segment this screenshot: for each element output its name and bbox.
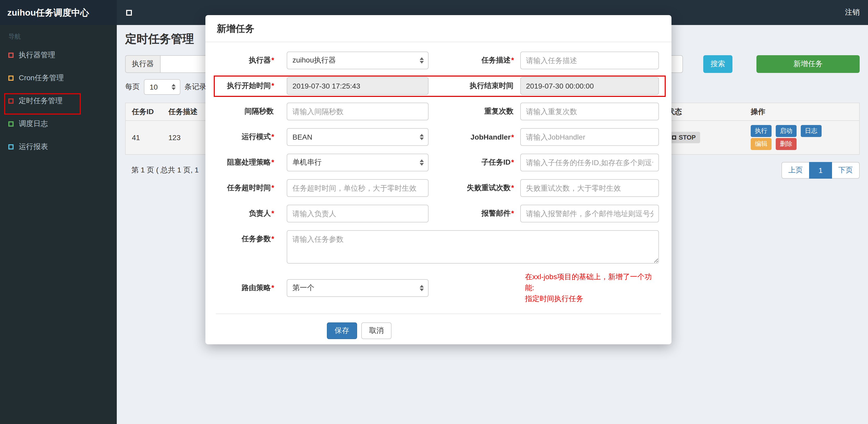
task-log-button[interactable]: 日志 [801, 125, 822, 137]
child-job-id-label: 子任务ID* [429, 158, 514, 167]
executor-filter-label: 执行器 [125, 55, 160, 73]
task-params-label: 任务参数* [216, 230, 274, 244]
owner-input[interactable] [287, 205, 429, 222]
search-button[interactable]: 搜索 [703, 55, 733, 73]
executor-select[interactable]: zuihou执行器 [287, 52, 429, 69]
owner-label: 负责人* [216, 209, 274, 218]
stop-icon [672, 135, 676, 140]
prev-page-button[interactable]: 上页 [781, 162, 810, 179]
sidebar-item-label: 定时任务管理 [19, 96, 63, 106]
cancel-button[interactable]: 取消 [361, 322, 392, 339]
sidebar-item-schedule-log[interactable]: 调度日志 [0, 112, 117, 135]
schedule-log-icon [8, 121, 13, 127]
status-badge-label: STOP [679, 134, 696, 141]
repeat-count-input[interactable] [520, 103, 659, 120]
form-row-task-params: 任务参数* [216, 230, 661, 264]
run-mode-label: 运行模式* [216, 132, 274, 142]
sidebar-item-label: 执行器管理 [19, 51, 55, 60]
sidebar-toggle-icon [126, 10, 132, 15]
sidebar-item-label: 调度日志 [19, 119, 48, 129]
form-row-start-end-time: 执行开始时间* 执行结束时间 [216, 77, 661, 95]
alarm-email-label: 报警邮件* [429, 209, 514, 218]
interval-label: 间隔秒数 [216, 107, 274, 116]
executor-manage-icon [8, 53, 13, 58]
route-strategy-select-value: 第一个 [292, 283, 415, 292]
timed-task-icon [8, 98, 13, 104]
app-window: zuihou任务调度中心 注销 导航 执行器管理 Cron任务管理 定时任务管理… [0, 0, 868, 424]
select-arrows-icon [420, 57, 424, 64]
run-report-icon [8, 144, 13, 150]
per-page-suffix: 条记录 [185, 82, 207, 92]
form-row-route-strategy: 路由策略* 第一个 在xxl-jobs项目的基础上，新增了一个功能: 指定时间执… [216, 271, 661, 304]
start-time-input[interactable] [287, 77, 429, 95]
column-header-actions: 操作 [744, 107, 859, 117]
per-page-select[interactable]: 10 [144, 79, 180, 95]
per-page-label: 每页 [125, 82, 140, 92]
end-time-label: 执行结束时间 [429, 81, 514, 91]
route-strategy-label: 路由策略* [216, 283, 274, 292]
add-task-modal: 新增任务 执行器* zuihou执行器 任务描述* 执行开始时间* 执行结束时间… [206, 15, 672, 344]
sidebar: 导航 执行器管理 Cron任务管理 定时任务管理 调度日志 运行报表 [0, 25, 117, 424]
modal-title: 新增任务 [206, 15, 672, 42]
sidebar-item-cron-task-manage[interactable]: Cron任务管理 [0, 67, 117, 90]
job-handler-input[interactable] [520, 128, 659, 146]
logout-link[interactable]: 注销 [845, 8, 868, 17]
task-desc-label: 任务描述* [429, 56, 514, 65]
block-strategy-label: 阻塞处理策略* [216, 158, 274, 167]
task-id-cell: 41 [126, 133, 162, 142]
interval-input[interactable] [287, 103, 429, 120]
sidebar-section-label: 导航 [0, 25, 117, 44]
save-button[interactable]: 保存 [327, 322, 357, 339]
block-strategy-select-value: 单机串行 [292, 158, 415, 167]
cron-task-icon [8, 75, 13, 81]
form-row-runmode-jobhandler: 运行模式* BEAN JobHandler* [216, 128, 661, 146]
repeat-count-label: 重复次数 [429, 107, 514, 116]
timeout-input[interactable] [287, 179, 429, 197]
edit-task-button[interactable]: 编辑 [751, 138, 772, 150]
current-page-button[interactable]: 1 [809, 162, 832, 179]
job-handler-label: JobHandler* [429, 133, 514, 141]
select-arrows-icon [172, 84, 176, 90]
task-params-textarea[interactable] [287, 230, 659, 264]
executor-label: 执行器* [216, 56, 274, 65]
sidebar-item-label: 运行报表 [19, 142, 48, 152]
pager: 上页 1 下页 [781, 162, 860, 179]
modal-actions: 保存 取消 [327, 322, 661, 339]
modal-body: 执行器* zuihou执行器 任务描述* 执行开始时间* 执行结束时间 间隔秒数… [206, 42, 672, 339]
block-strategy-select[interactable]: 单机串行 [287, 154, 429, 171]
select-arrows-icon [420, 134, 424, 140]
end-time-input[interactable] [520, 77, 659, 95]
sidebar-toggle-button[interactable] [117, 10, 141, 15]
feature-note-line1: 在xxl-jobs项目的基础上，新增了一个功能: [525, 271, 661, 293]
task-desc-input[interactable] [520, 52, 659, 69]
route-strategy-select[interactable]: 第一个 [287, 279, 429, 297]
modal-footer-divider [216, 314, 661, 314]
run-mode-select-value: BEAN [292, 133, 415, 141]
form-row-executor-desc: 执行器* zuihou执行器 任务描述* [216, 52, 661, 69]
run-mode-select[interactable]: BEAN [287, 128, 429, 146]
retry-count-label: 失败重试次数* [429, 183, 514, 193]
task-status-cell: STOP [661, 132, 744, 143]
delete-task-button[interactable]: 删除 [776, 138, 797, 150]
column-header-status: 状态 [661, 107, 744, 117]
task-actions-cell: 执行 启动 日志 编辑 删除 [744, 124, 859, 151]
sidebar-item-run-report[interactable]: 运行报表 [0, 135, 117, 158]
timeout-label: 任务超时时间* [216, 183, 274, 193]
run-task-button[interactable]: 执行 [751, 125, 772, 137]
next-page-button[interactable]: 下页 [832, 162, 860, 179]
form-row-block-childjob: 阻塞处理策略* 单机串行 子任务ID* [216, 154, 661, 171]
sidebar-item-executor-manage[interactable]: 执行器管理 [0, 44, 117, 67]
sidebar-item-label: Cron任务管理 [19, 73, 64, 83]
feature-note: 在xxl-jobs项目的基础上，新增了一个功能: 指定时间执行任务 [525, 271, 661, 304]
column-header-task-id: 任务ID [126, 107, 162, 117]
add-task-button[interactable]: 新增任务 [756, 55, 860, 73]
form-row-interval-repeat: 间隔秒数 重复次数 [216, 103, 661, 120]
sidebar-item-timed-task-manage[interactable]: 定时任务管理 [0, 90, 117, 112]
start-task-button[interactable]: 启动 [776, 125, 797, 137]
start-time-label: 执行开始时间* [216, 81, 274, 91]
child-job-id-input[interactable] [520, 154, 659, 171]
form-row-owner-email: 负责人* 报警邮件* [216, 205, 661, 222]
pagination-summary: 第 1 页 ( 总共 1 页, 1 [125, 166, 198, 175]
retry-count-input[interactable] [520, 179, 659, 197]
alarm-email-input[interactable] [520, 205, 659, 222]
